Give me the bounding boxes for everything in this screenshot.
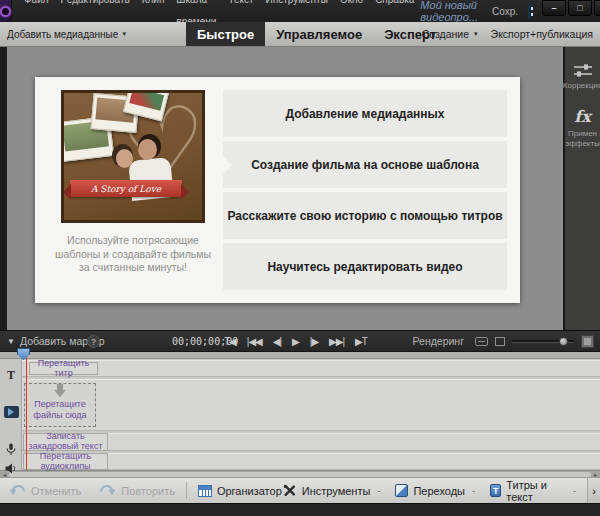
media-dropzone[interactable]: Перетащите файлы сюда — [24, 383, 96, 427]
dropzone-label: Перетащите файлы сюда — [25, 399, 95, 420]
fit-to-window-button[interactable] — [581, 335, 594, 348]
tab-expert[interactable]: Эксперт — [373, 22, 447, 46]
window-bottom-edge — [0, 503, 600, 516]
next-title-button[interactable]: ▶T — [355, 336, 367, 347]
timeline-toolbar: ▼ Добавить маркер ? 00;00;00;00 T◀ |◀◀ ◀… — [0, 330, 600, 352]
dropdown-icon: - — [472, 486, 475, 496]
organizer-button[interactable]: Организатор — [198, 485, 282, 497]
chevron-down-icon: ▾ — [122, 30, 126, 38]
mode-tabs: Быстрое Управляемое Эксперт — [186, 22, 447, 46]
timeline-tracks-panel: T Перетащить титр Перетащите файлы сюда … — [0, 352, 600, 477]
ribbon-text: A Story of Love — [91, 184, 161, 194]
template-preview-column: ♡ A Story of Love Используйте потрясающи… — [48, 90, 218, 290]
left-edge-strip — [0, 47, 7, 330]
ribbon-banner: A Story of Love — [70, 180, 182, 197]
expand-right-button[interactable]: › — [587, 478, 600, 503]
add-media-button[interactable]: Добавить медиаданные ▾ — [7, 29, 126, 40]
title-track-icon: T — [0, 368, 22, 383]
welcome-card: ♡ A Story of Love Используйте потрясающи… — [35, 77, 520, 303]
app-logo-ring — [0, 6, 11, 17]
previous-title-button[interactable]: T◀ — [224, 336, 236, 347]
frame-view-icon[interactable] — [495, 337, 505, 346]
track-label-column: T — [0, 359, 22, 470]
close-button[interactable]: × — [594, 0, 600, 16]
rendering-label[interactable]: Рендеринг — [413, 335, 464, 347]
marker-caret-icon: ▼ — [7, 337, 15, 346]
premiere-elements-window: Файл Редактировать Клип Шкала времени Те… — [0, 0, 600, 516]
drop-arrow-icon — [54, 390, 66, 397]
tab-guided[interactable]: Управляемое — [265, 22, 373, 46]
panel-buttons: Инструменты - Переходы - T Титры и текст… — [282, 479, 576, 503]
window-controls: – □ × — [542, 0, 600, 16]
titles-text-button[interactable]: T Титры и текст - — [490, 479, 576, 503]
template-thumbnail[interactable]: ♡ A Story of Love — [61, 90, 205, 223]
fx-icon[interactable]: fx — [574, 107, 590, 126]
drag-title-button[interactable]: Перетащить титр — [29, 362, 98, 375]
transitions-button[interactable]: Переходы - — [395, 484, 475, 497]
pointer-notch — [222, 155, 232, 175]
step-forward-button[interactable]: |▶ — [310, 336, 318, 347]
zoom-slider[interactable] — [512, 340, 574, 343]
bride-face — [116, 149, 133, 168]
go-to-start-button[interactable]: |◀◀ — [247, 336, 262, 347]
project-title: Мой новый видеопро... — [420, 0, 478, 23]
mode-toolbar: Добавить медиаданные ▾ Быстрое Управляем… — [0, 22, 600, 47]
tools-icon — [282, 483, 297, 498]
welcome-item-titles-story[interactable]: Расскажите свою историю с помощью титров — [223, 192, 507, 239]
track-size-icon[interactable] — [475, 337, 488, 346]
chevron-down-icon: ▾ — [474, 30, 478, 38]
app-icon — [0, 0, 12, 22]
timeline-right-controls: Рендеринг — [413, 335, 594, 348]
redo-button[interactable]: Повторить — [99, 484, 175, 498]
dropdown-icon: - — [573, 486, 576, 496]
applied-effects-label[interactable]: Примен эффекты — [565, 129, 600, 149]
play-button[interactable]: ▶ — [292, 336, 299, 347]
save-status[interactable]: Сохр. — [492, 6, 518, 17]
video-track-icon — [0, 406, 22, 418]
action-bar: Отменить Повторить Организатор Инструмен… — [0, 477, 600, 503]
monitor-panel: ♡ A Story of Love Используйте потрясающи… — [0, 47, 600, 330]
maximize-button[interactable]: □ — [568, 0, 592, 16]
minimize-button[interactable]: – — [542, 0, 566, 16]
separator — [186, 482, 187, 499]
export-publish-button[interactable]: Экспорт+публикация — [491, 28, 593, 40]
titles-icon: T — [490, 484, 501, 497]
groom-face — [138, 139, 157, 160]
microphone-icon — [0, 443, 22, 456]
welcome-item-add-media[interactable]: Добавление медиаданных — [223, 90, 507, 137]
welcome-item-template-movie[interactable]: Создание фильма на основе шаблона — [223, 141, 507, 188]
scrollbar-thumb[interactable] — [9, 472, 591, 477]
correction-label[interactable]: Коррекция — [563, 81, 600, 91]
undo-button[interactable]: Отменить — [9, 484, 81, 498]
transport-controls: T◀ |◀◀ ◀| ▶ |▶ ▶▶| ▶T — [224, 336, 367, 347]
welcome-list: Добавление медиаданных Создание фильма н… — [223, 90, 507, 290]
tools-label: Инструменты — [302, 485, 371, 497]
toolbar-right-group: Создание ▾ Экспорт+публикация — [422, 28, 593, 40]
add-media-label: Добавить медиаданные — [7, 29, 118, 40]
transitions-icon — [395, 484, 408, 497]
tools-button[interactable]: Инструменты - — [282, 483, 381, 498]
drag-audio-button[interactable]: Перетащить аудиоклипы — [23, 453, 108, 470]
welcome-item-learn-editing[interactable]: Научитесь редактировать видео — [223, 243, 507, 290]
redo-label: Повторить — [121, 485, 175, 497]
zoom-slider-handle[interactable] — [559, 337, 568, 346]
template-caption: Используйте потрясающие шаблоны и создав… — [49, 234, 217, 275]
step-back-button[interactable]: ◀| — [273, 336, 281, 347]
undo-label: Отменить — [31, 485, 81, 497]
dropdown-icon: - — [377, 486, 380, 496]
adjust-sliders-icon[interactable] — [573, 63, 593, 78]
help-icon[interactable]: ? — [87, 335, 100, 348]
organizer-label: Организатор — [217, 485, 282, 497]
titles-label: Титры и текст — [506, 479, 566, 503]
go-to-end-button[interactable]: ▶▶| — [329, 336, 344, 347]
effects-sidebar: Коррекция fx Примен эффекты — [563, 47, 600, 330]
transitions-label: Переходы — [413, 485, 465, 497]
speaker-icon — [0, 463, 22, 474]
playhead-line[interactable] — [26, 356, 27, 470]
tab-quick[interactable]: Быстрое — [186, 22, 265, 46]
redo-icon — [99, 484, 116, 498]
undo-icon — [9, 484, 26, 498]
organizer-icon — [198, 485, 212, 497]
record-narration-button[interactable]: Записать закадровый текст — [23, 433, 108, 451]
capture-screen-icon[interactable] — [528, 4, 530, 19]
